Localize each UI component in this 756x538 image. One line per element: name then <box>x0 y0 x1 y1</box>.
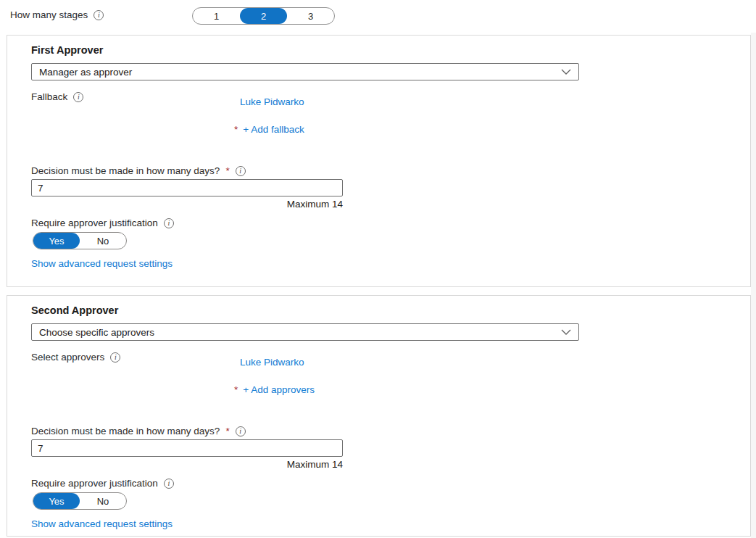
select-approvers-label: Select approvers <box>31 352 104 363</box>
chevron-down-icon <box>561 69 571 75</box>
show-advanced-request-settings-link[interactable]: Show advanced request settings <box>31 518 173 529</box>
require-justification-label: Require approver justification <box>31 478 158 489</box>
decision-days-label: Decision must be made in how many days? <box>31 426 220 436</box>
info-icon[interactable]: i <box>94 10 104 20</box>
info-icon[interactable]: i <box>164 218 174 228</box>
required-asterisk: * <box>225 426 229 436</box>
require-justification-label-row: Require approver justification i <box>31 218 174 228</box>
select-approvers-label-row: Select approvers i <box>31 352 120 363</box>
maximum-days-hint: Maximum 14 <box>31 459 343 470</box>
fallback-person-link[interactable]: Luke Pidwarko <box>240 96 304 107</box>
decision-days-label-row: Decision must be made in how many days? … <box>31 426 246 436</box>
second-approver-card: Second Approver Choose specific approver… <box>7 295 751 537</box>
maximum-days-hint: Maximum 14 <box>31 199 343 210</box>
add-approvers-row: * + Add approvers <box>234 384 315 395</box>
how-many-stages-text: How many stages <box>10 9 88 20</box>
required-asterisk: * <box>234 124 238 135</box>
required-asterisk: * <box>234 384 238 395</box>
toggle-yes-selected[interactable]: Yes <box>33 233 80 249</box>
first-approver-title: First Approver <box>31 44 103 56</box>
first-approver-type-dropdown[interactable]: Manager as approver <box>31 63 579 80</box>
info-icon[interactable]: i <box>73 92 83 102</box>
stage-count-selector: 1 2 3 <box>192 7 335 25</box>
decision-days-label-row: Decision must be made in how many days? … <box>31 165 246 176</box>
how-many-stages-label: How many stages i <box>10 9 104 20</box>
require-justification-toggle: Yes No <box>33 492 127 510</box>
require-justification-toggle: Yes No <box>33 232 127 249</box>
chevron-down-icon <box>561 329 571 336</box>
fallback-label: Fallback <box>31 91 67 102</box>
require-justification-label-row: Require approver justification i <box>31 478 174 489</box>
decision-days-input[interactable] <box>31 179 343 196</box>
approval-stages-settings: How many stages i 1 2 3 First Approver M… <box>0 0 756 538</box>
fallback-label-row: Fallback i <box>31 91 83 102</box>
info-icon[interactable]: i <box>236 166 246 176</box>
right-edge-gutter <box>751 33 756 538</box>
decision-days-input[interactable] <box>31 439 343 457</box>
add-approvers-link[interactable]: + Add approvers <box>243 384 315 395</box>
toggle-no[interactable]: No <box>80 493 126 509</box>
required-asterisk: * <box>225 165 229 176</box>
info-icon[interactable]: i <box>236 426 246 436</box>
approver-person-link[interactable]: Luke Pidwarko <box>240 357 304 368</box>
stage-option-3[interactable]: 3 <box>287 8 334 24</box>
require-justification-label: Require approver justification <box>31 218 158 228</box>
show-advanced-request-settings-link[interactable]: Show advanced request settings <box>31 258 173 269</box>
decision-days-label: Decision must be made in how many days? <box>31 165 220 176</box>
stage-option-2-selected[interactable]: 2 <box>240 8 287 24</box>
second-approver-type-dropdown[interactable]: Choose specific approvers <box>31 323 579 341</box>
first-approver-card: First Approver Manager as approver Fallb… <box>7 35 751 287</box>
second-approver-title: Second Approver <box>31 305 118 316</box>
info-icon[interactable]: i <box>164 479 174 489</box>
add-fallback-link[interactable]: + Add fallback <box>243 124 304 135</box>
info-icon[interactable]: i <box>110 352 120 363</box>
toggle-no[interactable]: No <box>80 233 126 249</box>
second-approver-type-value: Choose specific approvers <box>39 327 154 338</box>
stage-option-1[interactable]: 1 <box>193 8 240 24</box>
first-approver-type-value: Manager as approver <box>39 67 132 78</box>
add-fallback-row: * + Add fallback <box>234 124 304 135</box>
toggle-yes-selected[interactable]: Yes <box>33 493 80 509</box>
